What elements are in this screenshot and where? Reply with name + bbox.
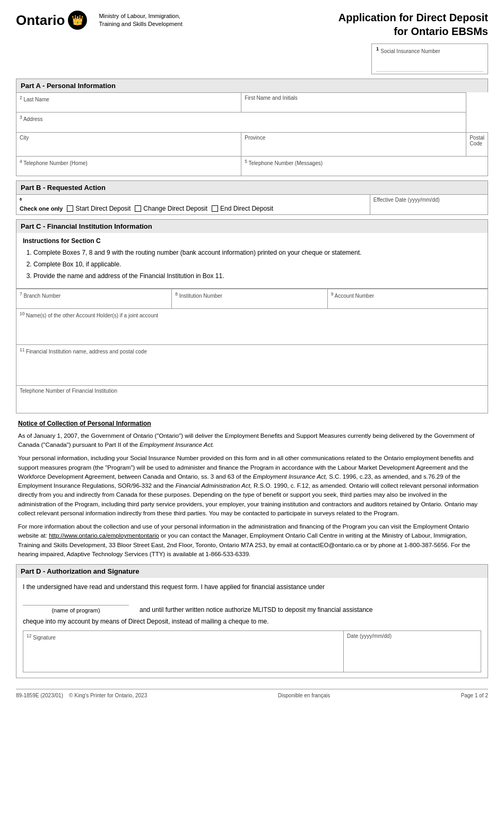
app-title: Application for Direct Deposit for Ontar… — [338, 11, 488, 38]
instructions-title: Instructions for Section C — [23, 237, 481, 245]
checkbox-cell: 6 Check one only Start Direct Deposit Ch… — [16, 194, 370, 214]
phone-home-label: 4 Telephone Number (Home) — [20, 159, 238, 166]
tel-financial-cell: Telephone Number of Financial Institutio… — [16, 385, 488, 413]
requested-action-row: 6 Check one only Start Direct Deposit Ch… — [16, 194, 488, 214]
financial-institution-label: 11 Financial Institution name, address a… — [20, 347, 484, 355]
postal-cell: Postal Code — [466, 132, 488, 156]
auth-text-1: I the undersigned have read and understa… — [23, 583, 481, 591]
start-deposit-label: Start Direct Deposit — [75, 205, 131, 212]
signature-table: 12 Signature Date (yyyy/mm/dd) — [23, 630, 481, 672]
end-deposit-option[interactable]: End Direct Deposit — [212, 205, 273, 212]
website-link[interactable]: http://www.ontario.ca/employmentontario — [49, 532, 159, 539]
start-deposit-option[interactable]: Start Direct Deposit — [67, 205, 131, 212]
part-b-header: Part B - Requested Action — [16, 180, 488, 194]
address-cell: 3 Address — [16, 113, 466, 132]
postal-label: Postal Code — [470, 135, 484, 146]
date-cell: Date (yyyy/mm/dd) — [344, 631, 481, 672]
part-a-header: Part A - Personal Information — [16, 79, 488, 92]
effective-date-cell: Effective Date (yyyy/mm/dd) — [370, 194, 488, 214]
change-deposit-checkbox[interactable] — [135, 205, 141, 212]
financial-institution-row: 11 Financial Institution name, address a… — [16, 344, 488, 385]
sin-area: 1 Social Insurance Number — [16, 44, 488, 74]
signature-row: 12 Signature Date (yyyy/mm/dd) — [23, 631, 481, 672]
notice-section: Notice of Collection of Personal Informa… — [16, 420, 488, 559]
account-number-label: 9 Account Number — [331, 291, 484, 299]
effective-date-label: Effective Date (yyyy/mm/dd) — [373, 197, 484, 203]
end-deposit-checkbox[interactable] — [212, 205, 218, 212]
ontario-logo: Ontario 👑 — [16, 11, 87, 30]
notice-para-1: As of January 1, 2007, the Government of… — [18, 431, 486, 450]
name-program-area: (name of program) and until further writ… — [23, 596, 481, 613]
tel-financial-row: Telephone Number of Financial Institutio… — [16, 385, 488, 413]
tel-financial-label: Telephone Number of Financial Institutio… — [20, 388, 484, 394]
part-a-table: 2 Last Name First Name and Initials 3 Ad… — [16, 92, 488, 176]
part-b-table: 6 Check one only Start Direct Deposit Ch… — [16, 194, 488, 215]
sin-box: 1 Social Insurance Number — [371, 44, 488, 74]
province-label: Province — [245, 135, 463, 141]
joint-account-row: 10 Name(s) of the other Account Holder(s… — [16, 309, 488, 344]
part-d-section: I the undersigned have read and understa… — [16, 578, 488, 678]
province-cell: Province — [241, 132, 466, 156]
first-name-label: First Name and Initials — [245, 95, 463, 101]
address-label: 3 Address — [20, 115, 463, 122]
last-name-label: 2 Last Name — [20, 95, 238, 102]
instructions-section: Instructions for Section C Complete Boxe… — [16, 233, 488, 289]
city-cell: City — [16, 132, 241, 156]
logo-area: Ontario 👑 Ministry of Labour, Immigratio… — [16, 11, 183, 30]
form-number: 89-1859E (2023/01) © King's Printer for … — [16, 693, 147, 698]
joint-account-label: 10 Name(s) of the other Account Holder(s… — [20, 311, 484, 318]
phone-messages-label: 5 Telephone Number (Messages) — [245, 159, 484, 166]
account-number-cell: 9 Account Number — [327, 289, 488, 308]
date-label: Date (yyyy/mm/dd) — [347, 633, 477, 639]
signature-label: 12 Signature — [27, 633, 340, 641]
end-deposit-label: End Direct Deposit — [220, 205, 273, 212]
signature-cell: 12 Signature — [23, 631, 344, 672]
footer-page: Page 1 of 2 — [461, 693, 488, 698]
institution-number-label: 8 Institution Number — [175, 291, 324, 299]
auth-text-3: cheque into my account by means of Direc… — [23, 618, 481, 625]
change-deposit-label: Change Direct Deposit — [143, 205, 207, 212]
notice-title: Notice of Collection of Personal Informa… — [18, 420, 486, 427]
branch-number-label: 7 Branch Number — [20, 291, 168, 299]
footer-french: Disponible en français — [278, 693, 330, 698]
notice-para-2: Your personal information, including you… — [18, 454, 486, 518]
sin-label: Social Insurance Number — [380, 48, 440, 54]
account-fields-table: 7 Branch Number 8 Institution Number 9 A… — [16, 289, 488, 413]
instruction-1: Complete Boxes 7, 8 and 9 with the routi… — [33, 248, 481, 257]
app-title-area: Application for Direct Deposit for Ontar… — [338, 11, 488, 38]
branch-institution-account-row: 7 Branch Number 8 Institution Number 9 A… — [16, 289, 488, 308]
sin-input-field[interactable] — [376, 57, 483, 72]
joint-account-cell: 10 Name(s) of the other Account Holder(s… — [16, 309, 488, 344]
ontario-wordmark: Ontario — [16, 12, 65, 29]
institution-number-cell: 8 Institution Number — [172, 289, 327, 308]
name-program-label: (name of program) — [23, 607, 129, 613]
city-label: City — [20, 135, 238, 141]
name-program-field: (name of program) — [23, 596, 129, 613]
instruction-3: Provide the name and address of the Fina… — [33, 271, 481, 281]
address-row: 3 Address — [16, 113, 488, 132]
name-row: 2 Last Name First Name and Initials — [16, 93, 488, 113]
svg-text:👑: 👑 — [72, 14, 84, 26]
city-province-row: City Province Postal Code — [16, 132, 488, 156]
start-deposit-checkbox[interactable] — [67, 205, 73, 212]
part-d-header: Part D - Authorization and Signature — [16, 564, 488, 578]
instruction-2: Complete Box 10, if applicable. — [33, 260, 481, 269]
checkbox-row: Check one only Start Direct Deposit Chan… — [20, 205, 367, 212]
phone-home-cell: 4 Telephone Number (Home) — [16, 156, 241, 176]
change-deposit-option[interactable]: Change Direct Deposit — [135, 205, 207, 212]
phone-messages-cell: 5 Telephone Number (Messages) — [241, 156, 488, 176]
branch-number-cell: 7 Branch Number — [16, 289, 172, 308]
part-c-header: Part C - Financial Institution Informati… — [16, 219, 488, 233]
notice-para-3: For more information about the collectio… — [18, 522, 486, 559]
first-name-cell: First Name and Initials — [241, 93, 466, 113]
page-header: Ontario 👑 Ministry of Labour, Immigratio… — [16, 11, 488, 38]
check-one-label: Check one only — [20, 205, 63, 212]
phone-row: 4 Telephone Number (Home) 5 Telephone Nu… — [16, 156, 488, 176]
financial-institution-cell: 11 Financial Institution name, address a… — [16, 344, 488, 385]
auth-text-2: and until further written notice authori… — [140, 606, 373, 613]
ministry-text: Ministry of Labour, Immigration, Trainin… — [99, 12, 182, 29]
ontario-symbol: 👑 — [68, 11, 87, 30]
page-footer: 89-1859E (2023/01) © King's Printer for … — [16, 689, 488, 702]
last-name-cell: 2 Last Name — [16, 93, 241, 113]
instructions-list: Complete Boxes 7, 8 and 9 with the routi… — [33, 248, 481, 281]
